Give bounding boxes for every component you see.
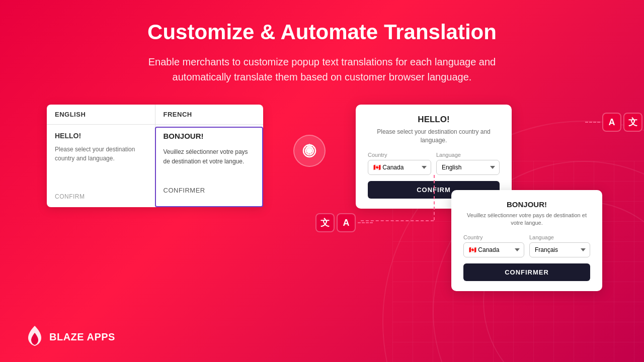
translate-a-icon: A xyxy=(602,113,621,132)
dashed-connector-1 xyxy=(585,122,600,123)
french-title: BONJOUR! xyxy=(164,132,256,140)
language-group: Language English Français xyxy=(436,152,500,175)
gear-circle xyxy=(293,135,326,167)
english-body: Please select your destination country a… xyxy=(55,145,147,163)
page-subtitle: Enable merchants to customize popup text… xyxy=(126,54,518,84)
vertical-dashed-line xyxy=(434,175,435,220)
col-english-header: ENGLISH xyxy=(47,105,155,124)
english-popup-subtitle: Please select your destination country a… xyxy=(368,128,500,145)
translation-table-wrapper: ENGLISH FRENCH HELLO! Please select your… xyxy=(47,105,263,207)
french-body: Veuillez sélectionner votre pays de dest… xyxy=(164,147,256,166)
french-country-select[interactable]: 🇨🇦 Canada 🇺🇸 USA xyxy=(463,242,524,257)
translate-a-icon-2: A xyxy=(337,213,356,232)
trans-icons-1: A 文 xyxy=(602,113,642,132)
center-gear xyxy=(293,135,326,167)
translation-table: ENGLISH FRENCH HELLO! Please select your… xyxy=(47,105,263,207)
bottom-section: ENGLISH FRENCH HELLO! Please select your… xyxy=(0,105,644,209)
col-french-header: FRENCH xyxy=(155,105,264,124)
english-confirm: CONFIRM xyxy=(55,193,147,200)
french-popup-title: BONJOUR! xyxy=(463,200,590,209)
language-select[interactable]: English Français xyxy=(436,160,500,175)
logo-flame-icon xyxy=(25,326,44,348)
translate-zh-icon-2: 文 xyxy=(315,213,335,232)
translation-icon-group-1: A 文 xyxy=(585,113,642,132)
country-label: Country xyxy=(368,152,431,158)
gear-icon xyxy=(299,141,319,161)
english-title: HELLO! xyxy=(55,132,147,140)
page-title: Customize & Automate Translation xyxy=(147,20,497,44)
logo-text: BLAZE APPS xyxy=(49,331,115,343)
country-select[interactable]: 🇨🇦 Canada 🇺🇸 USA xyxy=(368,160,431,175)
french-language-label: Language xyxy=(529,234,590,240)
language-label: Language xyxy=(436,152,500,158)
popup-section: HELLO! Please select your destination co… xyxy=(356,105,597,209)
french-confirm-button[interactable]: CONFIRMER xyxy=(463,263,590,281)
main-content: Customize & Automate Translation Enable … xyxy=(0,0,644,209)
french-column: BONJOUR! Veuillez sélectionner votre pay… xyxy=(155,125,264,207)
english-form-row: Country 🇨🇦 Canada 🇺🇸 USA Language Englis… xyxy=(368,152,500,175)
table-body: HELLO! Please select your destination co… xyxy=(47,125,263,207)
english-column: HELLO! Please select your destination co… xyxy=(47,125,155,207)
country-group: Country 🇨🇦 Canada 🇺🇸 USA xyxy=(368,152,431,175)
french-form-row: Country 🇨🇦 Canada 🇺🇸 USA Language França… xyxy=(463,234,590,257)
translate-zh-icon: 文 xyxy=(623,113,642,132)
logo-section: BLAZE APPS xyxy=(25,326,115,348)
french-language-group: Language Français English xyxy=(529,234,590,257)
french-language-select[interactable]: Français English xyxy=(529,242,590,257)
table-header: ENGLISH FRENCH xyxy=(47,105,263,125)
french-popup-subtitle: Veuillez sélectionner votre pays de dest… xyxy=(463,212,590,227)
dashed-connector-2 xyxy=(358,222,373,223)
english-popup-title: HELLO! xyxy=(368,115,500,125)
french-popup: BONJOUR! Veuillez sélectionner votre pay… xyxy=(451,190,602,291)
french-country-group: Country 🇨🇦 Canada 🇺🇸 USA xyxy=(463,234,524,257)
translation-icon-group-2: 文 A xyxy=(315,213,373,232)
french-confirm: CONFIRMER xyxy=(164,187,256,194)
french-country-label: Country xyxy=(463,234,524,240)
